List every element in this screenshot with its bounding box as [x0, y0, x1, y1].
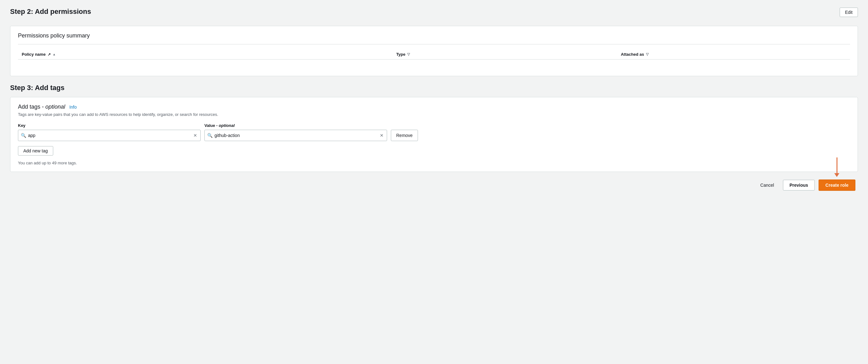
th-policy-name: Policy name ↗ ▲ [18, 50, 393, 60]
value-search-icon: 🔍 [207, 133, 213, 138]
arrow-line [837, 157, 837, 173]
add-tag-row: Add new tag [18, 146, 850, 156]
tags-form: Key 🔍 ✕ Value - optional 🔍 [18, 123, 850, 165]
arrow-head [834, 173, 839, 177]
arrow-annotation [834, 157, 839, 177]
permissions-table-body [18, 60, 850, 70]
tags-title-optional: optional [45, 103, 65, 110]
create-role-button[interactable]: Create role [818, 180, 856, 191]
create-role-wrapper: Create role [818, 180, 856, 191]
key-field-wrapper: Key 🔍 ✕ [18, 123, 200, 141]
step2-title: Step 2: Add permissions [10, 7, 91, 16]
tags-panel-title: Add tags - optional Info [18, 103, 850, 110]
th-attached-label: Attached as [621, 52, 644, 57]
key-input-wrapper: 🔍 ✕ [18, 130, 200, 141]
previous-button[interactable]: Previous [783, 180, 815, 190]
permissions-table: Policy name ↗ ▲ Type ▽ [18, 50, 850, 69]
th-attached-as: Attached as ▽ [617, 50, 850, 60]
value-label-text: Value - optional [205, 123, 235, 128]
panel-divider [18, 44, 850, 44]
tag-labels-row: Key 🔍 ✕ Value - optional 🔍 [18, 123, 850, 141]
step2-header: Step 2: Add permissions Edit [10, 7, 858, 21]
tags-description: Tags are key-value pairs that you can ad… [18, 112, 850, 117]
attached-sort-icon[interactable]: ▽ [646, 52, 649, 56]
key-input[interactable] [28, 133, 193, 138]
key-label: Key [18, 123, 200, 128]
policy-sort-icon[interactable]: ▲ [53, 53, 56, 56]
add-new-tag-button[interactable]: Add new tag [18, 146, 53, 156]
edit-button[interactable]: Edit [840, 7, 858, 17]
cancel-button[interactable]: Cancel [755, 180, 779, 190]
step2-section: Step 2: Add permissions Edit Permissions… [10, 7, 858, 76]
value-input-wrapper: 🔍 ✕ [205, 130, 387, 141]
th-policy-name-label: Policy name [22, 52, 46, 57]
th-type-label: Type [396, 52, 405, 57]
info-link[interactable]: Info [69, 104, 76, 110]
value-input[interactable] [215, 133, 379, 138]
type-sort-icon[interactable]: ▽ [407, 52, 410, 56]
permissions-panel: Permissions policy summary Policy name ↗… [10, 26, 858, 76]
tags-title-prefix: Add tags - [18, 103, 45, 110]
th-type: Type ▽ [393, 50, 617, 60]
footer-actions: Cancel Previous Create role [10, 180, 858, 191]
value-label: Value - optional [205, 123, 387, 128]
step3-title: Step 3: Add tags [10, 84, 858, 92]
value-clear-button[interactable]: ✕ [379, 133, 384, 138]
permissions-panel-title: Permissions policy summary [18, 32, 850, 39]
tags-count-note: You can add up to 49 more tags. [18, 160, 850, 165]
table-empty-row [18, 60, 850, 70]
page-container: Step 2: Add permissions Edit Permissions… [0, 0, 868, 199]
key-search-icon: 🔍 [21, 133, 26, 138]
table-header-row: Policy name ↗ ▲ Type ▽ [18, 50, 850, 60]
tags-panel: Add tags - optional Info Tags are key-va… [10, 97, 858, 172]
step3-section: Step 3: Add tags Add tags - optional Inf… [10, 84, 858, 172]
remove-button[interactable]: Remove [391, 130, 418, 141]
key-clear-button[interactable]: ✕ [193, 133, 198, 138]
external-link-icon: ↗ [48, 52, 51, 57]
value-field-wrapper: Value - optional 🔍 ✕ [205, 123, 387, 141]
